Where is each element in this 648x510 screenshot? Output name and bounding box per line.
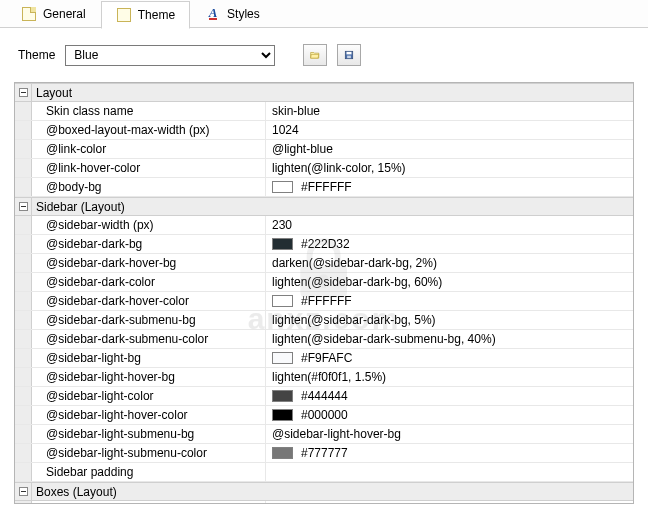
color-swatch: [272, 447, 293, 459]
property-name: @sidebar-light-color: [32, 387, 266, 405]
theme-select[interactable]: Blue: [65, 45, 275, 66]
property-row[interactable]: @sidebar-dark-hover-bgdarken(@sidebar-da…: [15, 254, 633, 273]
property-value-cell[interactable]: #F9FAFC: [266, 349, 633, 367]
property-value-cell[interactable]: lighten(@sidebar-dark-submenu-bg, 40%): [266, 330, 633, 348]
property-row[interactable]: Skin class nameskin-blue: [15, 102, 633, 121]
property-name: @sidebar-dark-hover-bg: [32, 254, 266, 272]
property-value: lighten(#f0f0f1, 1.5%): [272, 370, 386, 384]
minus-icon: [19, 88, 28, 97]
row-gutter: [15, 501, 32, 503]
property-row[interactable]: @sidebar-light-submenu-bg@sidebar-light-…: [15, 425, 633, 444]
tab-general[interactable]: General: [6, 0, 101, 28]
save-icon: [344, 48, 354, 62]
property-name: @link-hover-color: [32, 159, 266, 177]
row-gutter: [15, 178, 32, 196]
group-header[interactable]: Sidebar (Layout): [15, 197, 633, 216]
property-name: @sidebar-light-hover-bg: [32, 368, 266, 386]
property-value-cell[interactable]: #FFFFFF: [266, 178, 633, 196]
row-gutter: [15, 425, 32, 443]
row-gutter: [15, 102, 32, 120]
row-gutter: [15, 463, 32, 481]
collapse-toggle[interactable]: [15, 198, 32, 215]
property-value-cell[interactable]: #777777: [266, 444, 633, 462]
theme-row: Theme Blue: [0, 28, 648, 76]
property-value: darken(@sidebar-dark-bg, 2%): [272, 256, 437, 270]
property-row[interactable]: @sidebar-light-hover-color#000000: [15, 406, 633, 425]
grid-body[interactable]: LayoutSkin class nameskin-blue@boxed-lay…: [15, 83, 633, 503]
property-name: Skin class name: [32, 102, 266, 120]
property-name: @sidebar-dark-bg: [32, 235, 266, 253]
svg-rect-1: [347, 52, 352, 55]
property-value-cell[interactable]: [266, 463, 633, 481]
row-gutter: [15, 311, 32, 329]
property-row[interactable]: @sidebar-light-hover-bglighten(#f0f0f1, …: [15, 368, 633, 387]
property-row[interactable]: @body-bg#FFFFFF: [15, 178, 633, 197]
row-gutter: [15, 140, 32, 158]
property-value: #FFFFFF: [301, 180, 352, 194]
row-gutter: [15, 349, 32, 367]
property-name: @sidebar-light-submenu-bg: [32, 425, 266, 443]
row-gutter: [15, 235, 32, 253]
property-row[interactable]: @sidebar-dark-submenu-bglighten(@sidebar…: [15, 311, 633, 330]
property-value-cell[interactable]: lighten(#f0f0f1, 1.5%): [266, 368, 633, 386]
color-swatch: [272, 295, 293, 307]
row-gutter: [15, 292, 32, 310]
property-row[interactable]: @link-hover-colorlighten(@link-color, 15…: [15, 159, 633, 178]
property-name: @sidebar-width (px): [32, 216, 266, 234]
property-value-cell[interactable]: #222D32: [266, 235, 633, 253]
property-value: lighten(@sidebar-dark-bg, 5%): [272, 313, 436, 327]
row-gutter: [15, 216, 32, 234]
property-row[interactable]: @box-border-color#F4F4F4: [15, 501, 633, 503]
property-row[interactable]: @sidebar-dark-submenu-colorlighten(@side…: [15, 330, 633, 349]
open-button[interactable]: [303, 44, 327, 66]
property-row[interactable]: @sidebar-dark-bg#222D32: [15, 235, 633, 254]
color-swatch: [272, 352, 293, 364]
property-value: lighten(@sidebar-dark-bg, 60%): [272, 275, 442, 289]
property-value-cell[interactable]: #FFFFFF: [266, 292, 633, 310]
property-value: @light-blue: [272, 142, 333, 156]
property-name: @body-bg: [32, 178, 266, 196]
property-value: #FFFFFF: [301, 294, 352, 308]
property-value-cell[interactable]: 1024: [266, 121, 633, 139]
property-value-cell[interactable]: darken(@sidebar-dark-bg, 2%): [266, 254, 633, 272]
property-row[interactable]: @boxed-layout-max-width (px)1024: [15, 121, 633, 140]
property-row[interactable]: @sidebar-light-color#444444: [15, 387, 633, 406]
color-swatch: [272, 390, 293, 402]
property-value-cell[interactable]: lighten(@sidebar-dark-bg, 60%): [266, 273, 633, 291]
property-value-cell[interactable]: #000000: [266, 406, 633, 424]
property-row[interactable]: @sidebar-dark-hover-color#FFFFFF: [15, 292, 633, 311]
property-value-cell[interactable]: #F4F4F4: [266, 501, 633, 503]
property-value: #444444: [301, 389, 348, 403]
property-value-cell[interactable]: @light-blue: [266, 140, 633, 158]
property-value-cell[interactable]: lighten(@sidebar-dark-bg, 5%): [266, 311, 633, 329]
property-value: skin-blue: [272, 104, 320, 118]
collapse-toggle[interactable]: [15, 483, 32, 500]
property-row[interactable]: @sidebar-width (px)230: [15, 216, 633, 235]
property-value-cell[interactable]: 230: [266, 216, 633, 234]
tab-styles[interactable]: A Styles: [190, 0, 275, 28]
property-value-cell[interactable]: #444444: [266, 387, 633, 405]
group-label: Boxes (Layout): [32, 485, 117, 499]
property-value-cell[interactable]: @sidebar-light-hover-bg: [266, 425, 633, 443]
property-row[interactable]: @sidebar-dark-colorlighten(@sidebar-dark…: [15, 273, 633, 292]
property-name: @sidebar-light-hover-color: [32, 406, 266, 424]
tab-label: Theme: [138, 8, 175, 22]
collapse-toggle[interactable]: [15, 84, 32, 101]
tab-theme[interactable]: Theme: [101, 1, 190, 29]
property-name: @sidebar-light-bg: [32, 349, 266, 367]
folder-open-icon: [310, 48, 320, 62]
group-header[interactable]: Boxes (Layout): [15, 482, 633, 501]
property-row[interactable]: @link-color@light-blue: [15, 140, 633, 159]
property-row[interactable]: Sidebar padding: [15, 463, 633, 482]
property-name: @sidebar-light-submenu-color: [32, 444, 266, 462]
theme-label: Theme: [18, 48, 55, 62]
property-value-cell[interactable]: lighten(@link-color, 15%): [266, 159, 633, 177]
property-row[interactable]: @sidebar-light-bg#F9FAFC: [15, 349, 633, 368]
property-row[interactable]: @sidebar-light-submenu-color#777777: [15, 444, 633, 463]
save-button[interactable]: [337, 44, 361, 66]
property-name: @sidebar-dark-submenu-bg: [32, 311, 266, 329]
group-header[interactable]: Layout: [15, 83, 633, 102]
property-value-cell[interactable]: skin-blue: [266, 102, 633, 120]
theme-icon: [116, 7, 132, 23]
row-gutter: [15, 159, 32, 177]
